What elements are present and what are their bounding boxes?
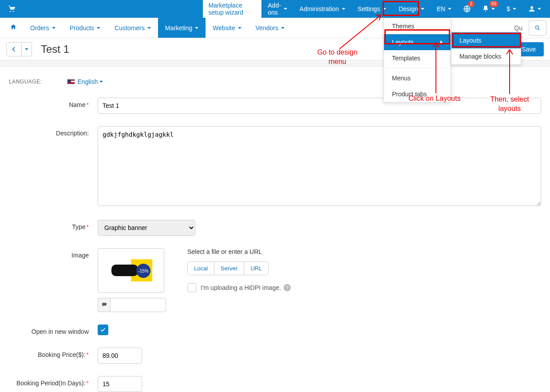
alt-text-group — [98, 298, 166, 312]
back-dropdown[interactable] — [22, 43, 32, 56]
menu-currency-label: $ — [506, 5, 510, 12]
svg-point-4 — [535, 26, 538, 29]
globe-notifications[interactable]: 2 — [458, 0, 476, 18]
thumbnail-icon — [110, 259, 152, 281]
user-menu[interactable] — [522, 0, 546, 18]
topbar-right: Add-ons Administration Settings Design E… — [261, 0, 550, 18]
caret-icon — [281, 27, 285, 29]
booking-period-input[interactable] — [98, 376, 142, 392]
topbar: Marketplace setup wizard Add-ons Adminis… — [0, 0, 550, 18]
bell-badge: 69 — [489, 1, 499, 7]
upload-hint: Select a file or enter a URL — [187, 248, 291, 255]
image-column — [98, 248, 166, 312]
nav-home[interactable] — [4, 24, 23, 32]
nav-products[interactable]: Products — [63, 18, 107, 38]
booking-price-input[interactable] — [98, 348, 142, 364]
svg-line-5 — [538, 28, 540, 30]
open-new-window-checkbox[interactable] — [98, 325, 108, 335]
form-area: LANGUAGE: English Name* Description: gdk… — [0, 67, 550, 392]
bell-icon — [482, 5, 490, 13]
dropdown-separator — [384, 68, 451, 68]
nav-orders[interactable]: Orders — [23, 18, 63, 38]
nav-customers-label: Customers — [115, 24, 145, 32]
dd-templates[interactable]: Templates — [384, 50, 451, 66]
sub-layouts[interactable]: Layouts — [451, 32, 521, 48]
menu-language-label: EN — [437, 5, 445, 12]
back-group — [6, 42, 32, 56]
bell-notifications[interactable]: 69 — [476, 0, 500, 18]
dd-product-tabs[interactable]: Product tabs — [384, 86, 451, 102]
description-textarea[interactable]: gdkjfghdkgklgjagkkl — [98, 126, 541, 206]
image-preview[interactable] — [98, 248, 164, 293]
caret-icon — [147, 27, 151, 29]
globe-badge: 2 — [468, 1, 475, 7]
nav-customers[interactable]: Customers — [107, 18, 158, 38]
check-icon — [100, 327, 106, 333]
tab-url[interactable]: URL — [244, 262, 268, 275]
name-label: Name* — [9, 98, 98, 108]
open-new-window-label: Open in new window — [9, 325, 98, 335]
svg-point-3 — [530, 6, 533, 9]
hidpi-row: I'm uploading a HiDPI image. ? — [187, 283, 291, 292]
caret-icon — [448, 8, 451, 10]
comment-icon[interactable] — [98, 298, 110, 312]
menu-administration[interactable]: Administration — [293, 0, 352, 18]
layouts-submenu: Layouts Manage blocks — [451, 32, 521, 65]
caret-icon — [195, 27, 198, 29]
flag-icon — [67, 79, 75, 84]
menu-currency[interactable]: $ — [500, 0, 522, 18]
row-image: Image Select a file or enter a URL Local… — [9, 248, 541, 312]
row-booking-period: Booking Period(In Days):* — [9, 376, 541, 392]
caret-icon — [421, 8, 424, 10]
caret-icon — [538, 8, 541, 10]
language-selector[interactable]: English — [67, 78, 103, 85]
user-icon — [528, 5, 536, 13]
page-title: Test 1 — [41, 43, 69, 55]
alt-text-input[interactable] — [110, 298, 166, 312]
menu-settings-label: Settings — [358, 5, 380, 12]
tab-local[interactable]: Local — [188, 262, 214, 275]
hidpi-checkbox[interactable] — [187, 283, 196, 292]
cart-icon[interactable] — [7, 4, 16, 14]
nav-website-label: Website — [213, 24, 235, 32]
row-description: Description: gdkjfghdkgklgjagkkl — [9, 126, 541, 207]
back-button[interactable] — [7, 43, 22, 56]
name-input[interactable] — [98, 98, 541, 114]
caret-icon — [383, 8, 386, 10]
caret-icon — [491, 8, 495, 10]
language-row: LANGUAGE: English — [9, 78, 541, 85]
caret-icon — [513, 8, 516, 10]
menu-language[interactable]: EN — [431, 0, 458, 18]
description-label: Description: — [9, 126, 98, 137]
caret-icon — [238, 27, 241, 29]
nav-products-label: Products — [70, 24, 94, 32]
hidpi-label: I'm uploading a HiDPI image. — [201, 284, 281, 291]
upload-tabs: Local Server URL — [187, 261, 269, 275]
svg-point-1 — [13, 11, 14, 12]
nav-vendors-label: Vendors — [256, 24, 278, 32]
caret-icon — [97, 27, 100, 29]
help-icon[interactable]: ? — [284, 284, 291, 291]
sub-manage-blocks[interactable]: Manage blocks — [451, 48, 521, 64]
menu-design[interactable]: Design — [392, 0, 431, 18]
nav-marketing[interactable]: Marketing — [158, 18, 206, 38]
row-open-new-window: Open in new window — [9, 325, 541, 335]
tab-server[interactable]: Server — [214, 262, 244, 275]
nav-vendors[interactable]: Vendors — [249, 18, 292, 38]
nav-orders-label: Orders — [30, 24, 49, 32]
caret-icon — [99, 81, 103, 83]
menu-settings[interactable]: Settings — [352, 0, 393, 18]
dd-themes[interactable]: Themes — [384, 18, 451, 34]
setup-wizard-button[interactable]: Marketplace setup wizard — [203, 0, 261, 19]
nav-website[interactable]: Website — [206, 18, 248, 38]
design-dropdown: Themes Layouts Templates Menus Product t… — [384, 18, 451, 103]
search-button[interactable] — [529, 20, 546, 36]
quick-search-text: Qu — [514, 24, 526, 32]
booking-price-label: Booking Price($):* — [9, 348, 98, 358]
language-value: English — [78, 78, 98, 85]
dd-layouts[interactable]: Layouts — [384, 34, 451, 50]
type-select[interactable]: Graphic banner — [98, 220, 195, 236]
dd-menus[interactable]: Menus — [384, 70, 451, 86]
menu-addons[interactable]: Add-ons — [261, 0, 293, 18]
menu-administration-label: Administration — [300, 5, 339, 12]
